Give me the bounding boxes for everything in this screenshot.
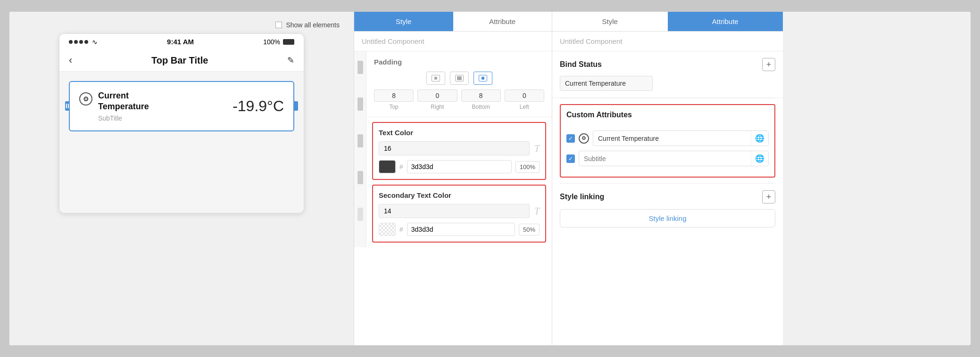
padding-values-row: Top Right Bottom	[374, 89, 544, 110]
style-linking-section: Style linking + Style linking	[552, 184, 783, 234]
divider-1	[560, 98, 775, 98]
secondary-font-size-input[interactable]	[379, 204, 530, 218]
top-bar: ‹ Top Bar Title ✎	[59, 49, 304, 72]
hash-sign-1: #	[399, 163, 403, 170]
padding-top-group: Top	[374, 89, 414, 110]
padding-right-group: Right	[417, 89, 457, 110]
padding-right-input[interactable]	[417, 89, 457, 102]
attr-tab-style[interactable]: Style	[552, 12, 668, 31]
secondary-font-size-row: T	[379, 204, 540, 218]
battery-icon	[283, 39, 294, 45]
battery-percent: 100%	[263, 38, 280, 46]
signal-dot-3	[79, 40, 83, 44]
show-all-elements-label: Show all elements	[286, 21, 340, 29]
attribute-panel-tabs: Style Attribute	[552, 12, 783, 32]
padding-title: Padding	[374, 58, 544, 66]
custom-attrs-header: Custom Attributes	[566, 111, 769, 125]
font-size-row: T	[379, 141, 540, 155]
custom-attr-row-1: ✓ ⚙ 🌐	[566, 130, 769, 146]
custom-attr-1-globe-icon[interactable]: 🌐	[751, 131, 768, 146]
card-value: -19.9°C	[233, 97, 284, 115]
secondary-font-type-icon: T	[534, 206, 540, 217]
secondary-color-hex-input[interactable]	[407, 223, 515, 236]
custom-attr-1-gear-icon[interactable]: ⚙	[579, 133, 589, 144]
signal-dot-2	[74, 40, 78, 44]
rail-handle-4[interactable]	[357, 171, 363, 184]
custom-attr-2-input[interactable]	[579, 152, 751, 166]
card-text: Current Temperature SubTitle	[98, 90, 149, 122]
component-card[interactable]: ⚙ Current Temperature SubTitle -19.9°C	[69, 81, 294, 131]
status-right: 100%	[263, 38, 294, 46]
tab-attribute[interactable]: Attribute	[453, 12, 552, 31]
style-linking-header: Style linking +	[560, 190, 775, 203]
padding-section: Padding	[366, 51, 552, 117]
custom-attr-1-field[interactable]: 🌐	[593, 130, 769, 146]
text-color-opacity: 100%	[515, 161, 540, 173]
padding-bottom-group: Bottom	[461, 89, 501, 110]
style-linking-plus-btn[interactable]: +	[762, 190, 775, 203]
text-font-size-input[interactable]	[379, 141, 530, 155]
padding-bottom-input[interactable]	[461, 89, 501, 102]
secondary-color-opacity: 50%	[519, 224, 540, 235]
secondary-text-color-title: Secondary Text Color	[379, 191, 540, 199]
style-linking-button[interactable]: Style linking	[560, 209, 775, 227]
resize-handles-area: Padding	[354, 51, 552, 247]
padding-right-label: Right	[431, 104, 444, 110]
signal-dot-1	[69, 40, 73, 44]
custom-attr-2-field[interactable]: 🌐	[579, 151, 769, 166]
drag-handle-right[interactable]	[293, 101, 298, 111]
show-all-elements-checkbox[interactable]	[275, 22, 282, 28]
signal-dots	[69, 40, 88, 44]
padding-icons-row	[374, 72, 544, 85]
attribute-panel: Style Attribute Untitled Component Bind …	[552, 12, 783, 345]
padding-left-group: Left	[505, 89, 544, 110]
attr-tab-attribute[interactable]: Attribute	[668, 12, 783, 31]
padding-left-input[interactable]	[505, 89, 544, 102]
card-title: Current Temperature	[98, 90, 149, 113]
phone-content: ⚙ Current Temperature SubTitle -19.9°C	[59, 72, 304, 213]
rail-handle-1[interactable]	[357, 61, 363, 74]
custom-attr-1-input[interactable]	[593, 131, 751, 146]
padding-icon-1[interactable]	[426, 72, 445, 85]
drag-handle-left[interactable]	[65, 101, 70, 111]
text-color-hex-input[interactable]	[407, 160, 512, 173]
tab-style[interactable]: Style	[354, 12, 453, 31]
style-main-content: Padding	[366, 51, 552, 247]
custom-attributes-section: Custom Attributes ✓ ⚙ 🌐 ✓	[560, 104, 775, 178]
padding-icon-3[interactable]	[473, 72, 492, 85]
padding-icon-2[interactable]	[450, 72, 469, 85]
bind-status-input[interactable]	[560, 76, 653, 91]
style-component-name: Untitled Component	[354, 32, 552, 51]
phone-preview-panel: Show all elements ∿ 9:41 AM 100%	[9, 12, 354, 345]
padding-bottom-label: Bottom	[472, 104, 490, 110]
card-left: ⚙ Current Temperature SubTitle	[79, 90, 149, 122]
bind-status-plus-btn[interactable]: +	[762, 58, 775, 71]
secondary-color-row: # 50%	[379, 223, 540, 236]
custom-attr-1-checkbox[interactable]: ✓	[566, 134, 575, 143]
bind-status-row: Bind Status +	[560, 58, 775, 71]
text-color-swatch[interactable]	[379, 160, 396, 173]
text-color-section: Text Color T # 100%	[372, 122, 546, 180]
bind-status-title: Bind Status	[560, 60, 602, 69]
text-color-row: # 100%	[379, 160, 540, 173]
gear-icon: ⚙	[79, 92, 92, 105]
padding-top-input[interactable]	[374, 89, 414, 102]
style-panel-tabs: Style Attribute	[354, 12, 552, 32]
top-bar-title: Top Bar Title	[151, 55, 208, 66]
card-subtitle: SubTitle	[98, 114, 149, 122]
status-left: ∿	[69, 38, 98, 46]
signal-dot-4	[84, 40, 88, 44]
attr-component-name: Untitled Component	[552, 32, 783, 51]
custom-attr-row-2: ✓ 🌐	[566, 151, 769, 166]
edit-icon[interactable]: ✎	[287, 55, 294, 65]
back-arrow-icon[interactable]: ‹	[69, 54, 72, 66]
rail-handle-2[interactable]	[357, 97, 363, 111]
custom-attr-2-checkbox[interactable]: ✓	[566, 154, 575, 163]
style-linking-title: Style linking	[560, 193, 604, 201]
rail-handle-3[interactable]	[357, 134, 363, 147]
custom-attr-2-globe-icon[interactable]: 🌐	[751, 151, 768, 166]
wifi-icon: ∿	[92, 38, 98, 46]
custom-attrs-title: Custom Attributes	[566, 111, 632, 119]
secondary-color-swatch[interactable]	[379, 223, 396, 236]
rail-handle-5[interactable]	[357, 208, 363, 221]
